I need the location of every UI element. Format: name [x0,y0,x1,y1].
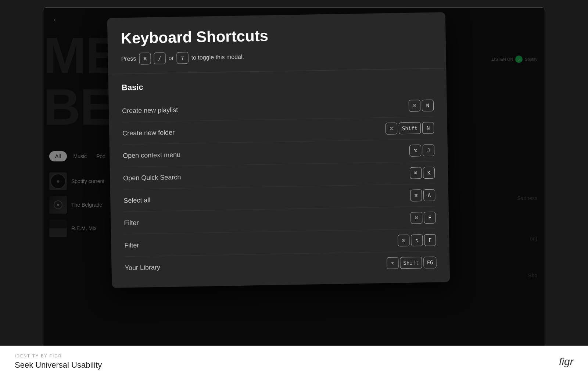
shortcut-keys-create-folder: ⌘ Shift N [386,122,434,135]
kbd-filter-alt-opt: ⌥ [411,234,423,246]
kbd-library-shift: Shift [400,257,422,269]
shortcut-label-filter: Filter [124,219,139,227]
shortcut-label-context-menu: Open context menu [123,151,180,160]
subtitle-press-label: Press [121,56,136,63]
kbd-slash-icon: / [154,52,166,64]
shortcut-keys-context-menu: ⌥ J [409,145,435,157]
kbd-question-icon: ? [176,52,189,64]
kbd-select-cmd: ⌘ [410,189,422,202]
footer-tagline: Seek Universal Usability [15,360,102,370]
page-footer: IDENTITY BY FIGR Seek Universal Usabilit… [0,346,588,378]
footer-brand: IDENTITY BY FIGR [15,354,102,358]
keyboard-shortcuts-modal: Keyboard Shortcuts Press ⌘ / or ? to tog… [107,12,450,288]
shortcut-keys-quick-search: ⌘ K [410,167,435,179]
kbd-search-k: K [423,167,435,179]
kbd-context-j: J [423,145,435,157]
footer-logo: figr [559,356,573,368]
shortcut-keys-select-all: ⌘ A [410,189,435,202]
kbd-filter-cmd: ⌘ [410,212,423,224]
kbd-search-cmd: ⌘ [410,167,422,179]
shortcut-label-filter-alt: Filter [124,241,139,249]
footer-left: IDENTITY BY FIGR Seek Universal Usabilit… [15,354,102,370]
kbd-select-a: A [423,189,435,202]
shortcut-label-your-library: Your Library [125,263,160,272]
kbd-cmd-icon: ⌘ [139,53,151,65]
shortcut-label-create-folder: Create new folder [122,128,175,137]
kbd-library-f6: F6 [423,257,436,269]
modal-body: Basic Create new playlist ⌘ N Create new… [108,68,450,288]
modal-title: Keyboard Shortcuts [121,24,433,47]
shortcut-label-create-playlist: Create new playlist [122,106,178,115]
kbd-folder-n: N [422,122,434,134]
kbd-folder-cmd: ⌘ [386,122,398,135]
kbd-folder-shift: Shift [399,122,421,134]
kbd-cmd-n-n: N [422,100,434,112]
screenshot-frame: ‹ METT BE LISTEN ON ♪ Spotify Sadness on… [43,7,545,353]
section-basic-title: Basic [122,78,433,93]
kbd-library-opt: ⌥ [387,257,399,269]
shortcut-keys-filter: ⌘ F [410,212,436,224]
kbd-context-opt: ⌥ [409,145,422,157]
shortcut-keys-create-playlist: ⌘ N [409,100,434,112]
modal-subtitle: Press ⌘ / or ? to toggle this modal. [121,48,433,65]
shortcut-keys-filter-alt: ⌘ ⌥ F [398,234,436,247]
kbd-filter-alt-f: F [424,234,436,246]
kbd-filter-f: F [424,212,436,224]
kbd-filter-alt-cmd: ⌘ [398,235,410,247]
shortcut-keys-your-library: ⌥ Shift F6 [387,257,437,269]
shortcut-label-quick-search: Open Quick Search [123,173,181,182]
shortcut-label-select-all: Select all [123,196,150,204]
modal-header: Keyboard Shortcuts Press ⌘ / or ? to tog… [107,12,447,74]
subtitle-toggle-label: to toggle this modal. [191,54,244,61]
subtitle-or-label: or [168,55,174,61]
kbd-cmd-n-cmd: ⌘ [409,100,421,112]
